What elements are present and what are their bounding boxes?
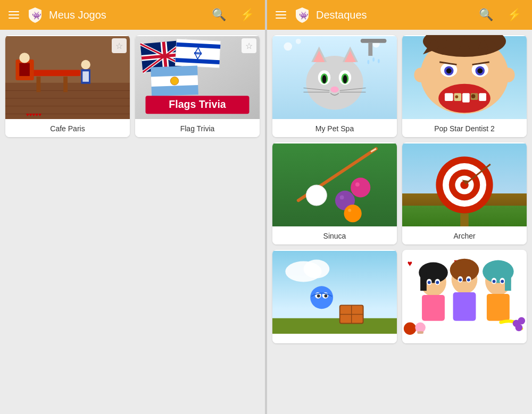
svg-rect-88 <box>479 93 486 101</box>
right-logo: 👾 <box>294 6 311 23</box>
right-panel: 👾 Destaques 🔍 ⚡ <box>267 0 532 414</box>
svg-rect-10 <box>29 70 81 76</box>
game-card-archer[interactable]: Archer <box>402 142 527 244</box>
svg-point-78 <box>446 68 452 73</box>
svg-rect-8 <box>37 77 41 92</box>
right-games-grid: My Pet Spa <box>272 35 527 343</box>
svg-point-137 <box>450 259 479 282</box>
my-pet-spa-thumbnail <box>272 35 397 120</box>
left-menu-button[interactable] <box>6 9 21 21</box>
svg-rect-9 <box>63 77 68 92</box>
svg-point-53 <box>343 75 347 83</box>
svg-point-99 <box>355 182 360 187</box>
left-games-grid: ♥♥♥♥♥ ☆ Cafe Paris <box>5 35 260 137</box>
game-card-dress-up[interactable]: ♥ ♥ ♥♥♥♥ <box>402 250 527 343</box>
my-pet-spa-label: My Pet Spa <box>272 120 397 137</box>
game-card-my-pet-spa[interactable]: My Pet Spa <box>272 35 397 137</box>
left-search-button[interactable]: 🔍 <box>207 6 230 24</box>
svg-point-140 <box>459 278 462 282</box>
right-lightning-button[interactable]: ⚡ <box>503 6 526 24</box>
svg-point-40 <box>284 43 292 51</box>
svg-point-73 <box>502 67 514 82</box>
svg-point-122 <box>317 294 320 298</box>
game-card-pop-star-dentist[interactable]: Pop Star Dentist 2 <box>402 35 527 137</box>
right-panel-title: Destaques <box>316 9 469 21</box>
svg-rect-142 <box>453 292 476 321</box>
game-card-platform[interactable] <box>272 250 397 343</box>
svg-rect-153 <box>417 331 423 334</box>
right-menu-button[interactable] <box>273 9 288 21</box>
flag-trivia-label: Flag Trivia <box>135 120 260 137</box>
svg-point-98 <box>351 178 370 197</box>
archer-thumbnail <box>402 142 527 227</box>
right-search-button[interactable]: 🔍 <box>475 6 497 24</box>
cafe-paris-label: Cafe Paris <box>5 120 130 137</box>
svg-text:Flags Trivia: Flags Trivia <box>169 98 226 110</box>
platform-label <box>272 335 397 343</box>
platform-thumbnail <box>272 250 397 335</box>
left-panel-title: Meus Jogos <box>49 9 202 21</box>
dress-up-thumbnail: ♥ ♥ ♥♥♥♥ <box>402 250 527 335</box>
svg-text:♥: ♥ <box>408 259 412 268</box>
left-panel: 👾 Meus Jogos 🔍 ⚡ <box>0 0 265 414</box>
svg-point-123 <box>325 294 328 298</box>
left-header: 👾 Meus Jogos 🔍 ⚡ <box>0 0 265 30</box>
flag-trivia-thumbnail: Flags Trivia <box>135 35 260 120</box>
svg-point-141 <box>467 278 470 282</box>
left-games-content: ♥♥♥♥♥ ☆ Cafe Paris <box>0 30 265 414</box>
svg-point-151 <box>404 323 416 335</box>
svg-point-134 <box>436 281 439 284</box>
svg-rect-84 <box>445 93 453 101</box>
left-lightning-button[interactable]: ⚡ <box>236 6 259 24</box>
svg-point-148 <box>493 280 496 283</box>
cafe-paris-thumbnail: ♥♥♥♥♥ <box>5 35 130 120</box>
game-card-sinuca[interactable]: Sinuca <box>272 142 397 244</box>
svg-point-94 <box>306 185 327 206</box>
pop-star-dentist-label: Pop Star Dentist 2 <box>402 120 527 137</box>
svg-rect-16 <box>82 71 89 82</box>
svg-point-79 <box>477 68 483 73</box>
svg-point-12 <box>19 53 30 63</box>
svg-point-149 <box>501 280 504 283</box>
svg-point-90 <box>471 94 476 98</box>
svg-point-133 <box>428 281 431 284</box>
pop-star-dentist-thumbnail <box>402 35 527 120</box>
svg-point-41 <box>296 39 301 44</box>
svg-point-119 <box>310 286 333 309</box>
svg-point-63 <box>378 59 380 63</box>
svg-point-43 <box>306 56 363 109</box>
right-header: 👾 Destaques 🔍 ⚡ <box>267 0 532 30</box>
game-card-flag-trivia[interactable]: Flags Trivia ☆ Flag Trivia <box>135 35 260 137</box>
sinuca-label: Sinuca <box>272 227 397 244</box>
svg-point-95 <box>312 191 315 195</box>
svg-point-113 <box>304 260 330 278</box>
cafe-paris-star[interactable]: ☆ <box>112 38 127 53</box>
right-games-content: My Pet Spa <box>267 30 532 414</box>
flag-trivia-star[interactable]: ☆ <box>242 38 256 53</box>
svg-text:♥♥♥♥♥: ♥♥♥♥♥ <box>26 112 41 117</box>
svg-point-101 <box>348 209 351 212</box>
left-logo: 👾 <box>27 6 44 23</box>
svg-rect-110 <box>460 214 469 226</box>
svg-rect-135 <box>422 295 445 321</box>
svg-point-14 <box>81 60 90 70</box>
svg-rect-130 <box>420 273 427 291</box>
game-card-cafe-paris[interactable]: ♥♥♥♥♥ ☆ Cafe Paris <box>5 35 130 137</box>
svg-point-155 <box>518 317 525 325</box>
sinuca-thumbnail <box>272 142 397 227</box>
svg-rect-114 <box>272 318 397 334</box>
svg-rect-13 <box>19 63 30 76</box>
svg-point-61 <box>372 57 375 62</box>
archer-label: Archer <box>402 227 527 244</box>
svg-point-72 <box>414 67 426 82</box>
svg-point-97 <box>340 196 344 200</box>
svg-point-89 <box>455 95 458 98</box>
svg-point-54 <box>330 87 339 93</box>
svg-point-100 <box>344 205 362 222</box>
svg-rect-91 <box>272 143 397 226</box>
dress-up-label <box>402 335 527 343</box>
svg-point-156 <box>516 324 523 331</box>
svg-text:👾: 👾 <box>32 11 41 20</box>
svg-point-52 <box>322 75 327 83</box>
svg-text:👾: 👾 <box>299 11 309 20</box>
